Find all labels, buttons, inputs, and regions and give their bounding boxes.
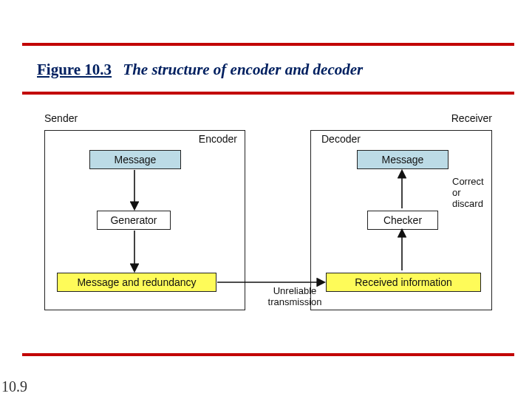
page-footer: 10.9 <box>1 378 27 395</box>
decoder-received-box: Received information <box>326 273 481 292</box>
unreliable-transmission-label: Unreliable transmission <box>254 285 335 307</box>
encoder-title: Encoder <box>199 133 237 145</box>
rule-top <box>22 43 514 46</box>
decoder-group: Decoder Message Checker Received informa… <box>310 130 492 310</box>
figure-caption: The structure of encoder and decoder <box>123 61 363 78</box>
figure-number: Figure 10.3 <box>37 61 112 78</box>
rule-under-title <box>22 92 514 95</box>
receiver-label: Receiver <box>451 112 492 124</box>
encoder-generator-box: Generator <box>97 211 171 230</box>
decoder-title: Decoder <box>321 133 361 145</box>
sender-label: Sender <box>44 112 78 124</box>
decoder-checker-box: Checker <box>367 211 438 230</box>
rule-bottom <box>22 353 514 356</box>
correct-or-discard-label: Correct or discard <box>452 176 492 209</box>
diagram: Sender Receiver Encoder Message Generato… <box>44 111 492 332</box>
encoder-message-box: Message <box>89 150 181 169</box>
encoder-output-box: Message and redundancy <box>57 273 216 292</box>
encoder-group: Encoder Message Generator Message and re… <box>44 130 245 310</box>
decoder-message-box: Message <box>357 150 449 169</box>
figure-title: Figure 10.3 The structure of encoder and… <box>37 61 502 79</box>
